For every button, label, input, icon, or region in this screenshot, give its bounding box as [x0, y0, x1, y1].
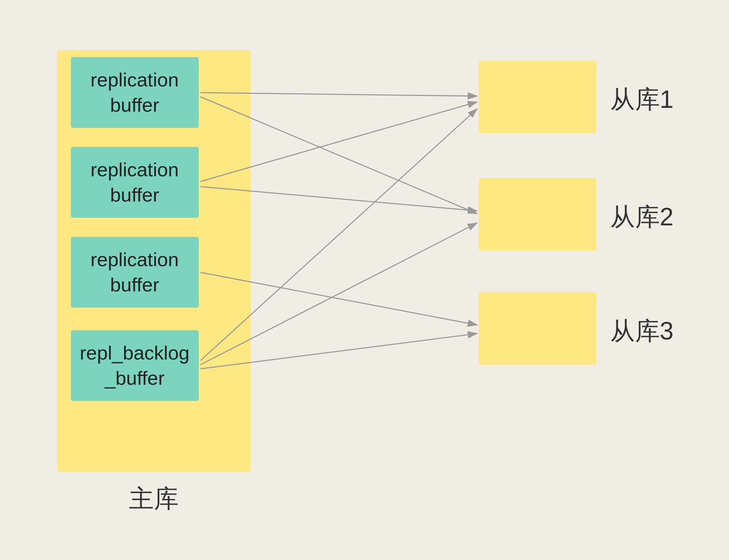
replication-buffer-3: replicationbuffer [71, 237, 199, 308]
slave-box-3 [479, 292, 596, 365]
repl-backlog-buffer: repl_backlog_buffer [71, 330, 199, 401]
slave-box-2 [479, 178, 596, 251]
diagram-container: replicationbuffer replicationbuffer repl… [36, 29, 693, 531]
slave-label-3: 从库3 [610, 315, 674, 348]
master-label: 主库 [57, 482, 251, 515]
replication-buffer-1: replicationbuffer [71, 57, 199, 128]
slave-box-1 [479, 60, 596, 133]
slave-label-1: 从库1 [610, 83, 674, 116]
replication-buffer-2: replicationbuffer [71, 147, 199, 218]
slave-label-2: 从库2 [610, 200, 674, 234]
